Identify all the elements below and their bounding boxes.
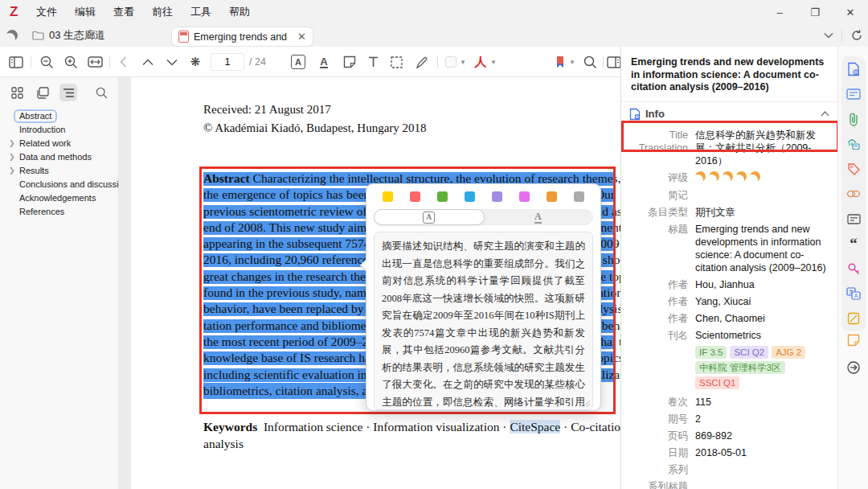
field-author-2[interactable]: 作者Yang, Xiucai bbox=[621, 294, 833, 310]
field-issue[interactable]: 期号2 bbox=[621, 411, 833, 428]
toggle-right-sidebar-icon[interactable] bbox=[606, 47, 622, 77]
annotation-color-swatch[interactable] bbox=[444, 47, 458, 77]
field-rating[interactable]: 评级 bbox=[621, 170, 833, 187]
zoom-fit-width-icon[interactable] bbox=[85, 47, 104, 77]
related-items-icon[interactable] bbox=[845, 186, 862, 202]
rating-moons[interactable] bbox=[695, 171, 833, 185]
swatch-yellow[interactable] bbox=[383, 191, 393, 202]
menu-file[interactable]: 文件 bbox=[27, 0, 66, 24]
find-in-document-icon[interactable] bbox=[580, 47, 600, 77]
folder-icon bbox=[32, 31, 44, 40]
tags-icon[interactable] bbox=[845, 161, 862, 177]
field-series[interactable]: 系列 bbox=[621, 462, 833, 479]
field-title-translation[interactable]: Title Translation信息科学的新兴趋势和新发展：文献共引分析（20… bbox=[621, 127, 833, 170]
draw-tool-icon[interactable] bbox=[411, 47, 432, 77]
dark-mode-icon[interactable] bbox=[0, 30, 24, 41]
translation-text-area[interactable]: 摘要描述知识结构、研究主题的演变和主题的出现一直是信息科学的重要组成部分。我们之… bbox=[374, 232, 593, 410]
field-series-title[interactable]: 系列标题 bbox=[621, 479, 833, 489]
disclosure-chevron-icon[interactable]: ❯ bbox=[9, 137, 15, 150]
outline-item-data-and-methods[interactable]: ❯Data and methods bbox=[3, 150, 115, 164]
outline-item-abstract[interactable]: Abstract bbox=[3, 109, 115, 123]
field-author-3[interactable]: 作者Chen, Chaomei bbox=[621, 310, 833, 327]
zoom-in-icon[interactable] bbox=[61, 47, 80, 77]
menu-edit[interactable]: 编辑 bbox=[66, 0, 104, 24]
annotation-popup[interactable]: A A 摘要描述知识结构、研究主题的演变和主题的出现一直是信息科学的重要组成部分… bbox=[366, 183, 601, 411]
restore-button[interactable]: ❐ bbox=[797, 0, 833, 24]
pdf-page[interactable]: Received: 21 August 2017 © Akadémiai Kia… bbox=[131, 77, 620, 489]
plugin-dropdown-chevron-icon[interactable]: ▾ bbox=[489, 47, 498, 77]
zoom-out-icon[interactable] bbox=[37, 47, 56, 77]
outline-item-references[interactable]: References bbox=[3, 205, 115, 219]
notes-pane-icon[interactable] bbox=[845, 211, 862, 227]
field-title[interactable]: 标题Emerging trends and new developments i… bbox=[621, 221, 833, 277]
minimize-button[interactable]: – bbox=[762, 0, 797, 24]
highlight-mode-button[interactable]: A bbox=[374, 209, 485, 225]
edit-annotation-icon[interactable] bbox=[845, 310, 862, 327]
info-pane-icon[interactable] bbox=[845, 61, 862, 77]
close-button[interactable]: ✕ bbox=[833, 0, 868, 24]
locate-icon[interactable] bbox=[845, 360, 862, 376]
citations-icon[interactable]: “ bbox=[845, 236, 862, 252]
gpt-plugin-icon[interactable]: ❋ bbox=[185, 47, 206, 77]
abstract-pane-icon[interactable] bbox=[845, 86, 862, 102]
disclosure-chevron-icon[interactable]: ❯ bbox=[9, 164, 15, 178]
next-page-icon[interactable] bbox=[162, 47, 182, 77]
tab-list-chevron-icon[interactable] bbox=[824, 32, 833, 39]
menu-tools[interactable]: 工具 bbox=[182, 0, 220, 24]
text-tool-icon[interactable] bbox=[363, 47, 383, 77]
outline-item-conclusions[interactable]: Conclusions and discussion bbox=[3, 178, 115, 191]
bookmark-icon[interactable] bbox=[553, 47, 567, 77]
field-item-type[interactable]: 条目类型期刊文章 bbox=[621, 204, 833, 221]
outline-view-icon[interactable] bbox=[59, 84, 77, 101]
tab-document[interactable]: Emerging trends and ne ✕ bbox=[171, 27, 313, 47]
field-short-note[interactable]: 简记 bbox=[621, 187, 833, 204]
swatch-purple[interactable] bbox=[492, 191, 502, 202]
libraries-icon[interactable] bbox=[845, 136, 862, 152]
field-volume[interactable]: 卷次115 bbox=[621, 394, 833, 411]
swatch-blue[interactable] bbox=[465, 191, 475, 202]
outline-item-introduction[interactable]: Introduction bbox=[3, 123, 115, 137]
swatch-gray[interactable] bbox=[574, 191, 584, 202]
field-author-1[interactable]: 作者Hou, Jianhua bbox=[621, 277, 833, 294]
outline-item-related-work[interactable]: ❯Related work bbox=[3, 137, 115, 150]
translate-pane-icon[interactable]: A文 bbox=[845, 286, 862, 302]
swatch-red[interactable] bbox=[410, 191, 420, 202]
badge-sci-quartile: SCI Q2 bbox=[730, 346, 768, 359]
navigate-back-icon[interactable] bbox=[114, 47, 132, 77]
toggle-left-sidebar-icon[interactable] bbox=[6, 47, 26, 77]
thumbnails-view-icon[interactable] bbox=[8, 84, 26, 101]
outline-item-results[interactable]: ❯Results bbox=[3, 164, 115, 178]
outline-search-icon[interactable] bbox=[92, 84, 110, 101]
menu-view[interactable]: 查看 bbox=[104, 0, 143, 24]
sync-icon[interactable] bbox=[850, 29, 863, 42]
menu-help[interactable]: 帮助 bbox=[220, 0, 259, 24]
previous-page-icon[interactable] bbox=[138, 47, 158, 77]
highlight-tool-icon[interactable]: A bbox=[288, 47, 309, 77]
underline-tool-icon[interactable]: A bbox=[313, 47, 334, 77]
area-select-tool-icon[interactable] bbox=[386, 47, 407, 77]
pdf-translate-plugin-icon[interactable]: 人 bbox=[473, 47, 489, 77]
tab-close-icon[interactable]: ✕ bbox=[297, 31, 306, 43]
field-pages[interactable]: 页码869-892 bbox=[621, 428, 833, 445]
sticky-note-icon[interactable] bbox=[845, 332, 862, 348]
field-date[interactable]: 日期2018-05-01 bbox=[621, 445, 833, 462]
menu-go[interactable]: 前往 bbox=[143, 0, 182, 24]
collapse-chevron-icon[interactable] bbox=[821, 111, 829, 117]
attachments-icon[interactable] bbox=[845, 111, 862, 127]
bookmark-dropdown-chevron-icon[interactable]: ▾ bbox=[567, 47, 577, 77]
field-journal[interactable]: 刊名Scientometrics bbox=[621, 327, 833, 344]
note-tool-icon[interactable] bbox=[339, 47, 360, 77]
swatch-magenta[interactable] bbox=[519, 191, 530, 202]
info-section-header[interactable]: Info bbox=[621, 102, 837, 125]
page-number-input[interactable]: 1 bbox=[211, 53, 244, 71]
key-icon[interactable] bbox=[845, 261, 862, 277]
annotations-view-icon[interactable] bbox=[34, 84, 51, 101]
swatch-orange[interactable] bbox=[547, 191, 557, 202]
swatch-green[interactable] bbox=[437, 191, 448, 202]
disclosure-chevron-icon[interactable]: ❯ bbox=[9, 150, 15, 164]
underline-mode-button[interactable]: A bbox=[484, 210, 593, 224]
tab-collection[interactable]: 03 生态廊道 bbox=[24, 24, 113, 47]
tab-bar: 03 生态廊道 Emerging trends and ne ✕ bbox=[0, 24, 868, 47]
color-dropdown-chevron-icon[interactable]: ▾ bbox=[458, 47, 468, 77]
outline-item-acknowledgements[interactable]: Acknowledgements bbox=[3, 191, 115, 205]
